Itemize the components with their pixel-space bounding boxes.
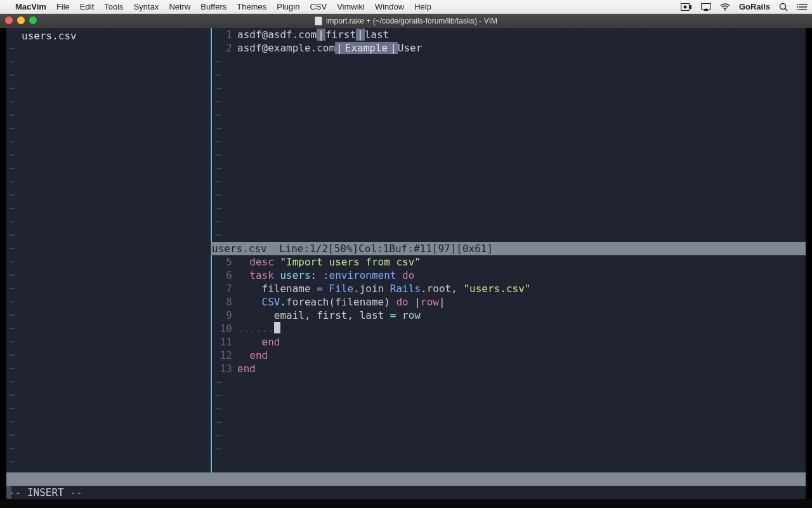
menu-tools[interactable]: Tools bbox=[104, 2, 123, 11]
minimize-button[interactable] bbox=[17, 17, 25, 24]
bottom-strip bbox=[0, 499, 812, 508]
traffic-lights bbox=[5, 17, 37, 24]
menubar-app-label[interactable]: GoRails bbox=[739, 2, 770, 11]
vim-mode-line: -- INSERT -- bbox=[6, 486, 806, 499]
menu-help[interactable]: Help bbox=[414, 2, 431, 11]
svg-point-9 bbox=[797, 4, 798, 5]
menu-buffers[interactable]: Buffers bbox=[200, 2, 226, 11]
menu-edit[interactable]: Edit bbox=[80, 2, 94, 11]
menu-netrw[interactable]: Netrw bbox=[169, 2, 190, 11]
menu-themes[interactable]: Themes bbox=[237, 2, 266, 11]
airplay-icon[interactable] bbox=[701, 3, 711, 11]
svg-point-10 bbox=[797, 6, 798, 8]
svg-point-3 bbox=[724, 10, 726, 11]
top-buffer-pane[interactable]: 1asdf@asdf.com|first|last2asdf@example.c… bbox=[211, 28, 806, 255]
editor: users.csv ~~~~~~~~~~~~~~~~~~~~~~~~~~~~~~… bbox=[6, 28, 806, 499]
screen-record-icon[interactable] bbox=[681, 3, 692, 11]
wifi-icon[interactable] bbox=[720, 3, 730, 11]
menu-vimwiki[interactable]: Vimwiki bbox=[337, 2, 365, 11]
close-button[interactable] bbox=[5, 17, 13, 24]
svg-line-5 bbox=[785, 8, 788, 11]
file-tree-pane[interactable]: users.csv ~~~~~~~~~~~~~~~~~~~~~~~~~~~~~~… bbox=[6, 28, 211, 472]
file-tree-item[interactable]: users.csv bbox=[6, 28, 210, 44]
app-name[interactable]: MacVim bbox=[15, 2, 46, 11]
sidebar-tildes: ~~~~~~~~~~~~~~~~~~~~~~~~~~~~~~~~~ bbox=[9, 41, 15, 472]
window-titlebar[interactable]: import.rake + (~/code/gorails-forum/lib/… bbox=[0, 14, 812, 28]
menu-window[interactable]: Window bbox=[375, 2, 404, 11]
svg-point-11 bbox=[797, 9, 798, 10]
menu-syntax[interactable]: Syntax bbox=[134, 2, 159, 11]
svg-point-1 bbox=[683, 5, 686, 8]
menu-list-icon[interactable] bbox=[797, 3, 807, 11]
top-status-line: users.csv Line:1/2[50%]Col:1Buf:#11[97][… bbox=[211, 242, 806, 255]
zoom-button[interactable] bbox=[29, 17, 37, 24]
macos-menubar: MacVim File Edit Tools Syntax Netrw Buff… bbox=[0, 0, 812, 14]
window-title: import.rake + (~/code/gorails-forum/lib/… bbox=[326, 17, 497, 25]
document-icon bbox=[315, 17, 322, 25]
bottom-status-line: <ers/gorails/code/gorails-forum lib/task… bbox=[6, 472, 806, 486]
bottom-buffer-pane[interactable]: 5 desc "Import users from csv"6 task use… bbox=[211, 255, 806, 472]
spotlight-icon[interactable] bbox=[779, 3, 788, 11]
menu-csv[interactable]: CSV bbox=[310, 2, 327, 11]
menu-file[interactable]: File bbox=[56, 2, 70, 11]
svg-point-4 bbox=[780, 3, 786, 9]
menu-plugin[interactable]: Plugin bbox=[277, 2, 299, 11]
